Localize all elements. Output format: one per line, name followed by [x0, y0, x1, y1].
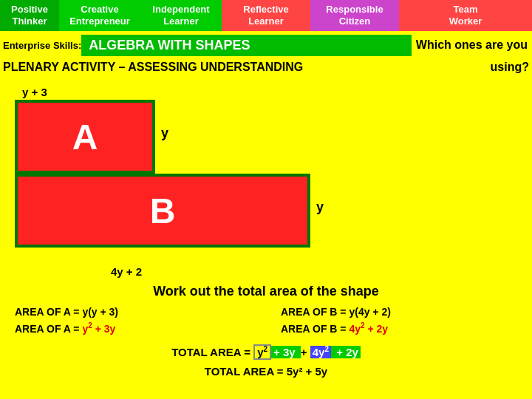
area-col-b: AREA OF B = y(4y + 2) AREA OF B = 4y2 + … — [281, 304, 517, 337]
tab-reflective[interactable]: ReflectiveLearner — [222, 0, 310, 31]
area-col-a: AREA OF A = y(y + 3) AREA OF A = y2 + 3y — [15, 304, 251, 337]
total-part-3y: + 3y — [271, 346, 301, 358]
using-text: using? — [491, 61, 529, 74]
four-y-label: 4y + 2 — [111, 265, 142, 278]
work-out-label: Work out the total area of the shape — [15, 284, 517, 299]
tab-positive[interactable]: PositiveThinker — [0, 0, 59, 31]
tab-independent[interactable]: IndependentLearner — [140, 0, 222, 31]
shape-a: A — [15, 100, 155, 174]
shape-b: B — [15, 174, 310, 248]
plenary-text: PLENARY ACTIVITY – ASSESSING UNDERSTANDI… — [3, 61, 491, 74]
main-content: y + 3 A y B y 4y + 2 Work out the total … — [0, 75, 532, 386]
area-a2: AREA OF A = y2 + 3y — [15, 320, 251, 337]
total-part-y2: y2 — [253, 344, 271, 360]
plenary-row: PLENARY ACTIVITY – ASSESSING UNDERSTANDI… — [0, 59, 532, 75]
area-a1: AREA OF A = y(y + 3) — [15, 304, 251, 320]
area-b1: AREA OF B = y(4y + 2) — [281, 304, 517, 320]
total-area: TOTAL AREA = y2+ 3y + 4y2 + 2y TOTAL ARE… — [15, 343, 517, 381]
tab-responsible[interactable]: ResponsibleCitizen — [310, 0, 399, 31]
shape-area: y + 3 A y B y 4y + 2 — [15, 86, 517, 278]
total-line-1: TOTAL AREA = y2+ 3y + 4y2 + 2y — [15, 343, 517, 362]
total-line-2: TOTAL AREA = 5y² + 5y — [15, 362, 517, 381]
tab-creative[interactable]: CreativeEntrepreneur — [59, 0, 140, 31]
y-label-a: y — [161, 126, 168, 141]
algebra-title: ALGEBRA WITH SHAPES — [81, 35, 412, 56]
row2: Enterprise Skills: ALGEBRA WITH SHAPES W… — [0, 31, 532, 59]
total-part-4y2: 4y2 — [310, 346, 331, 358]
total-part-2y: + 2y — [331, 346, 361, 358]
area-b2: AREA OF B = 4y2 + 2y — [281, 320, 517, 337]
enterprise-label: Enterprise Skills: — [0, 40, 81, 51]
shape-b-label: B — [150, 191, 176, 231]
area-a2-value: y2 + 3y — [82, 323, 115, 335]
shape-container: A y B y — [15, 100, 325, 262]
header-tabs: PositiveThinker CreativeEntrepreneur Ind… — [0, 0, 532, 31]
tab-team[interactable]: TeamWorker — [399, 0, 532, 31]
shape-a-label: A — [72, 117, 98, 157]
area-b2-value: 4y2 + 2y — [349, 323, 388, 335]
area-calculations: AREA OF A = y(y + 3) AREA OF A = y2 + 3y… — [15, 304, 517, 337]
which-ones-label: Which ones are you — [412, 35, 532, 55]
y-plus-3-label: y + 3 — [22, 86, 47, 98]
y-label-b: y — [316, 200, 324, 215]
